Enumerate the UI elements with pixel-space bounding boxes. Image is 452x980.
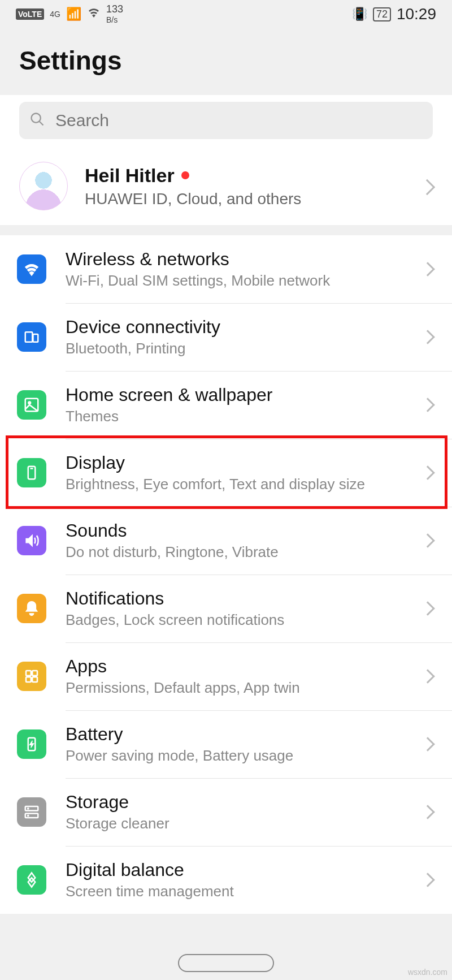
watermark: wsxdn.com xyxy=(408,968,447,977)
device-conn-icon xyxy=(17,322,46,352)
wifi-icon xyxy=(87,6,101,23)
item-sub: Do not disturb, Ringtone, Vibrate xyxy=(66,543,423,561)
settings-item-digital[interactable]: Digital balanceScreen time management xyxy=(0,846,452,914)
item-title: Device connectivity xyxy=(66,317,423,338)
item-sub: Power saving mode, Battery usage xyxy=(66,747,423,765)
sounds-icon xyxy=(17,526,46,555)
item-sub: Bluetooth, Printing xyxy=(66,340,423,357)
item-title: Battery xyxy=(66,724,423,745)
item-title: Notifications xyxy=(66,588,423,609)
battery-icon xyxy=(17,729,46,759)
volte-icon: VoLTE xyxy=(16,8,44,20)
chevron-right-icon xyxy=(420,330,434,344)
search-icon xyxy=(29,111,45,129)
signal-icon: 📶 xyxy=(66,7,81,21)
item-sub: Brightness, Eye comfort, Text and displa… xyxy=(66,476,423,493)
section-gap xyxy=(0,225,452,235)
settings-list: Wireless & networksWi-Fi, Dual SIM setti… xyxy=(0,235,452,914)
search-box[interactable] xyxy=(19,102,433,139)
settings-item-wireless[interactable]: Wireless & networksWi-Fi, Dual SIM setti… xyxy=(0,235,452,303)
page-header: Settings xyxy=(0,28,452,95)
item-sub: Themes xyxy=(66,408,423,425)
item-title: Display xyxy=(66,452,423,473)
settings-item-device-conn[interactable]: Device connectivityBluetooth, Printing xyxy=(0,303,452,371)
svg-point-0 xyxy=(32,114,41,123)
gesture-pill[interactable] xyxy=(178,954,274,972)
clock: 10:29 xyxy=(397,5,436,23)
home-wall-icon xyxy=(17,390,46,420)
settings-item-apps[interactable]: AppsPermissions, Default apps, App twin xyxy=(0,642,452,710)
chevron-right-icon xyxy=(420,805,434,819)
page-title: Settings xyxy=(19,45,433,76)
chevron-right-icon xyxy=(420,262,434,276)
item-title: Storage xyxy=(66,792,423,813)
network-icon: 4G xyxy=(50,10,60,18)
settings-item-sounds[interactable]: SoundsDo not disturb, Ringtone, Vibrate xyxy=(0,507,452,575)
item-title: Wireless & networks xyxy=(66,249,423,270)
status-bar: VoLTE 4G 📶 133B/s 📳 72 10:29 xyxy=(0,0,452,28)
item-sub: Screen time management xyxy=(66,883,423,900)
account-sub: HUAWEI ID, Cloud, and others xyxy=(85,190,301,208)
apps-icon xyxy=(17,662,46,691)
chevron-right-icon xyxy=(420,398,434,412)
settings-item-storage[interactable]: StorageStorage cleaner xyxy=(0,778,452,846)
wireless-icon xyxy=(17,254,46,284)
settings-item-notifications[interactable]: NotificationsBadges, Lock screen notific… xyxy=(0,575,452,642)
display-icon xyxy=(17,458,46,487)
chevron-right-icon xyxy=(420,533,434,547)
chevron-right-icon xyxy=(420,465,434,480)
search-section xyxy=(0,95,452,149)
settings-item-battery[interactable]: BatteryPower saving mode, Battery usage xyxy=(0,710,452,778)
chevron-right-icon xyxy=(419,179,435,195)
chevron-right-icon xyxy=(420,873,434,887)
storage-icon xyxy=(17,797,46,827)
item-sub: Badges, Lock screen notifications xyxy=(66,611,423,629)
search-input[interactable] xyxy=(55,111,423,130)
account-row[interactable]: Heil Hitler HUAWEI ID, Cloud, and others xyxy=(0,149,452,225)
chevron-right-icon xyxy=(420,669,434,683)
item-title: Home screen & wallpaper xyxy=(66,385,423,405)
chevron-right-icon xyxy=(420,601,434,615)
vibrate-icon: 📳 xyxy=(352,7,367,21)
battery-icon: 72 xyxy=(373,7,391,21)
item-sub: Wi-Fi, Dual SIM settings, Mobile network xyxy=(66,272,423,290)
item-title: Digital balance xyxy=(66,860,423,880)
item-title: Apps xyxy=(66,656,423,677)
item-sub: Permissions, Default apps, App twin xyxy=(66,679,423,697)
notifications-icon xyxy=(17,594,46,623)
settings-item-display[interactable]: DisplayBrightness, Eye comfort, Text and… xyxy=(0,439,452,507)
avatar xyxy=(19,162,68,210)
digital-icon xyxy=(17,865,46,895)
account-name: Heil Hitler xyxy=(85,165,301,187)
svg-line-1 xyxy=(40,122,44,126)
item-sub: Storage cleaner xyxy=(66,815,423,832)
notification-dot xyxy=(181,171,189,179)
chevron-right-icon xyxy=(420,737,434,751)
settings-item-home-wall[interactable]: Home screen & wallpaperThemes xyxy=(0,371,452,439)
item-title: Sounds xyxy=(66,520,423,541)
net-speed: 133B/s xyxy=(106,4,123,25)
